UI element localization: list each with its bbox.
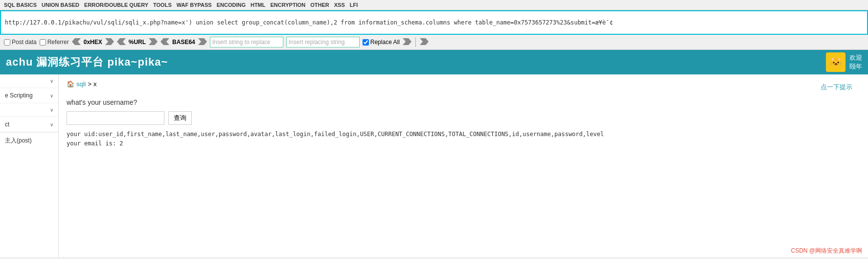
arrow-right-replace1[interactable] [403, 38, 411, 47]
sidebar: ∨ e Scripting ∨ ∨ ct ∨ 主入(post) [0, 74, 59, 257]
svg-marker-5 [198, 38, 207, 45]
breadcrumb: 🏠 sqli > x [67, 80, 97, 88]
result-area: your uid:user_id,first_name,last_name,us… [67, 130, 860, 148]
svg-marker-1 [105, 38, 114, 45]
app-header: achu 漏洞练习平台 pika~pika~ 🐱 欢迎 颐年 [0, 50, 868, 74]
hex-label: 0xHEX [84, 39, 102, 46]
referrer-group: Referrer [40, 39, 69, 46]
nav-html[interactable]: HTML [249, 1, 268, 9]
arrow-left-url[interactable] [117, 38, 126, 47]
form-row: 查询 [67, 111, 860, 125]
nav-encoding[interactable]: ENCODING [215, 1, 248, 9]
replace-all-group: Replace All [363, 39, 400, 46]
url-label: %URL [129, 39, 146, 46]
base64-label: BASE64 [172, 39, 195, 46]
arrow-right-base64[interactable] [198, 38, 207, 47]
arrow-left-base64[interactable] [160, 38, 169, 47]
svg-marker-4 [160, 38, 169, 45]
welcome-text: 欢迎 颐年 [849, 53, 862, 71]
breadcrumb-row: 🏠 sqli > x 点一下提示 [67, 80, 860, 94]
breadcrumb-separator: > [88, 80, 92, 88]
nav-tools[interactable]: TOOLS [151, 1, 174, 9]
nav-xss[interactable]: XSS [332, 1, 347, 9]
sidebar-item-4-label: ct [5, 121, 9, 128]
main-layout: ∨ e Scripting ∨ ∨ ct ∨ 主入(post) 🏠 sqli >… [0, 74, 868, 257]
svg-marker-3 [149, 38, 158, 45]
sidebar-item-3-arrow: ∨ [50, 107, 53, 113]
post-data-checkbox[interactable] [4, 39, 10, 46]
svg-marker-7 [420, 38, 429, 45]
arrow-right-url[interactable] [149, 38, 158, 47]
insert-replacing-input[interactable] [286, 37, 360, 47]
breadcrumb-home-icon: 🏠 [67, 80, 74, 88]
nav-other[interactable]: OTHER [308, 1, 331, 9]
nav-encryption[interactable]: ENCRYPTION [269, 1, 308, 9]
post-data-label: Post data [12, 39, 37, 46]
avatar: 🐱 [826, 52, 845, 72]
replace-all-checkbox[interactable] [363, 39, 369, 46]
content-area: 🏠 sqli > x 点一下提示 what's your username? 查… [59, 74, 868, 257]
insert-string-input[interactable] [210, 37, 283, 47]
referrer-checkbox[interactable] [40, 39, 46, 46]
app-title: achu 漏洞练习平台 pika~pika~ [6, 55, 168, 70]
url-text: http://127.0.0.1/pikachu/vul/sqli/sqli_x… [5, 19, 613, 26]
sidebar-item-1-arrow: ∨ [50, 78, 53, 84]
hint-link[interactable]: 点一下提示 [821, 83, 852, 92]
nav-waf-bypass[interactable]: WAF BYPASS [175, 1, 214, 9]
toolbar: Post data Referrer 0xHEX %URL BASE64 Rep… [0, 35, 868, 50]
toolbar-divider [415, 37, 416, 47]
header-right: 🐱 欢迎 颐年 [826, 52, 862, 72]
sidebar-scripting-arrow: ∨ [50, 93, 53, 98]
sidebar-item-scripting[interactable]: e Scripting ∨ [0, 88, 58, 103]
sidebar-item-4[interactable]: ct ∨ [0, 117, 58, 132]
nav-sql-basics[interactable]: SQL BASICS [2, 1, 39, 9]
arrow-right-hex[interactable] [105, 38, 114, 47]
post-data-group: Post data [4, 39, 37, 46]
replace-all-label: Replace All [370, 39, 400, 46]
sidebar-item-1[interactable]: ∨ [0, 74, 58, 88]
sidebar-scripting-label: e Scripting [5, 92, 33, 99]
sidebar-item-4-arrow: ∨ [50, 122, 53, 127]
nav-error-double[interactable]: ERROR/DOUBLE QUERY [82, 1, 150, 9]
nav-lfi[interactable]: LFI [348, 1, 360, 9]
top-navigation: SQL BASICS UNION BASED ERROR/DOUBLE QUER… [0, 0, 868, 10]
query-button[interactable]: 查询 [168, 111, 192, 125]
result-line-1: your uid:user_id,first_name,last_name,us… [67, 130, 860, 139]
svg-marker-2 [117, 38, 126, 45]
svg-marker-0 [72, 38, 81, 45]
breadcrumb-current: x [93, 80, 97, 88]
nav-union-based[interactable]: UNION BASED [40, 1, 81, 9]
arrow-left-hex[interactable] [72, 38, 81, 47]
svg-marker-6 [403, 38, 411, 45]
footer-watermark: CSDN @网络安全真难学啊 [791, 247, 862, 255]
breadcrumb-sqli-link[interactable]: sqli [76, 80, 86, 88]
form-question: what's your username? [67, 98, 860, 106]
username-input[interactable] [67, 111, 164, 125]
sidebar-bottom-item[interactable]: 主入(post) [0, 132, 58, 149]
referrer-label: Referrer [47, 39, 69, 46]
url-bar[interactable]: http://127.0.0.1/pikachu/vul/sqli/sqli_x… [0, 10, 868, 35]
sidebar-bottom-label: 主入(post) [5, 137, 32, 144]
result-line-2: your email is: 2 [67, 139, 860, 148]
sidebar-item-3[interactable]: ∨ [0, 103, 58, 117]
arrow-right-replace2[interactable] [420, 38, 429, 47]
